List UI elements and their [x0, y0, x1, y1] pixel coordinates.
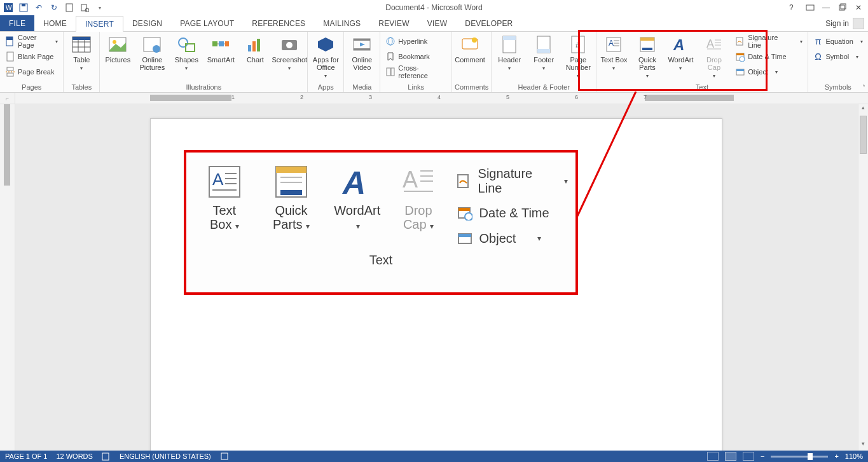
- sign-in[interactable]: Sign in: [825, 15, 864, 31]
- svg-rect-29: [219, 41, 224, 46]
- object-button[interactable]: Object ▾: [733, 65, 804, 79]
- save-icon[interactable]: [19, 3, 28, 12]
- text-box-button[interactable]: AText Box▾: [599, 33, 628, 72]
- table-button[interactable]: Table▾: [66, 33, 97, 72]
- svg-marker-36: [318, 37, 333, 51]
- svg-text:A: A: [341, 165, 366, 199]
- chart-icon: [245, 34, 265, 55]
- print-preview-icon[interactable]: [80, 3, 89, 12]
- svg-point-42: [389, 37, 392, 45]
- tab-view[interactable]: VIEW: [418, 15, 456, 31]
- svg-rect-92: [458, 208, 470, 211]
- signature-line-button[interactable]: Signature Line ▾: [733, 34, 804, 48]
- view-read-mode-icon[interactable]: [707, 452, 719, 461]
- footer-icon: [534, 34, 554, 55]
- blank-page-button[interactable]: Blank Page: [3, 50, 60, 64]
- tab-developer[interactable]: DEVELOPER: [456, 15, 521, 31]
- pictures-button[interactable]: Pictures: [102, 33, 133, 64]
- tab-home[interactable]: HOME: [34, 15, 76, 31]
- hyperlink-button[interactable]: Hyperlink: [383, 34, 449, 48]
- screenshot-button[interactable]: Screenshot▾: [274, 33, 305, 72]
- page-number-button[interactable]: #Page Number▾: [563, 33, 593, 80]
- bookmark-button[interactable]: Bookmark: [383, 50, 449, 64]
- tab-insert[interactable]: INSERT: [76, 16, 123, 32]
- svg-text:#: #: [575, 41, 580, 50]
- cross-reference-icon: [385, 67, 396, 77]
- quick-parts-button[interactable]: Quick Parts▾: [633, 33, 662, 80]
- status-words[interactable]: 12 WORDS: [56, 452, 92, 460]
- header-button[interactable]: Header▾: [494, 33, 525, 72]
- svg-text:A: A: [212, 170, 224, 189]
- svg-point-93: [465, 213, 472, 221]
- status-page[interactable]: PAGE 1 OF 1: [5, 452, 47, 460]
- status-language[interactable]: ENGLISH (UNITED STATES): [120, 452, 211, 460]
- minimize-icon[interactable]: —: [822, 3, 831, 12]
- view-web-layout-icon[interactable]: [743, 452, 754, 461]
- scroll-thumb[interactable]: [860, 116, 867, 154]
- callout-object-icon: [457, 230, 473, 247]
- cross-reference-button[interactable]: Cross-reference: [383, 65, 449, 79]
- online-pictures-button[interactable]: Online Pictures: [137, 33, 167, 71]
- page-break-button[interactable]: Page Break: [3, 65, 60, 79]
- callout-wordart-icon: A: [340, 164, 375, 200]
- footer-button[interactable]: Footer▾: [528, 33, 559, 72]
- tab-references[interactable]: REFERENCES: [243, 15, 314, 31]
- qat-dropdown-icon[interactable]: ▾: [95, 3, 104, 12]
- svg-point-70: [740, 57, 745, 62]
- quick-parts-icon: [637, 34, 658, 55]
- vertical-scrollbar[interactable]: ▴ ▾: [858, 104, 868, 451]
- zoom-level[interactable]: 110%: [845, 452, 863, 460]
- callout-date-time: Date & Time: [457, 205, 568, 221]
- tab-file[interactable]: FILE: [0, 15, 34, 31]
- scroll-down-icon[interactable]: ▾: [858, 440, 868, 451]
- comment-icon: [460, 34, 480, 55]
- tab-design[interactable]: DESIGN: [123, 15, 171, 31]
- close-icon[interactable]: ✕: [855, 3, 864, 12]
- zoom-slider[interactable]: [771, 456, 828, 458]
- redo-icon[interactable]: ↻: [50, 3, 59, 12]
- group-label-text: Text: [599, 83, 804, 92]
- zoom-in-icon[interactable]: +: [834, 452, 838, 460]
- collapse-ribbon-icon[interactable]: ˄: [862, 84, 865, 91]
- tab-review[interactable]: REVIEW: [369, 15, 418, 31]
- group-label-links: Links: [383, 83, 449, 92]
- restore-icon[interactable]: [839, 3, 848, 12]
- zoom-slider-knob[interactable]: [808, 453, 813, 460]
- smartart-button[interactable]: SmartArt: [205, 33, 236, 64]
- svg-point-6: [85, 8, 89, 12]
- group-label-pages: Pages: [3, 83, 60, 92]
- date-time-button[interactable]: Date & Time: [733, 50, 804, 64]
- scroll-up-icon[interactable]: ▴: [858, 104, 868, 114]
- callout-text-box-icon: A: [207, 164, 242, 200]
- svg-rect-8: [839, 5, 844, 10]
- tab-page-layout[interactable]: PAGE LAYOUT: [171, 15, 243, 31]
- svg-point-25: [153, 45, 160, 53]
- group-label-tables: Tables: [66, 83, 97, 92]
- symbol-button[interactable]: ΩSymbol ▾: [811, 50, 866, 64]
- view-print-layout-icon[interactable]: [725, 452, 736, 461]
- callout-drop-cap: A Drop Cap ▾: [392, 164, 444, 233]
- svg-rect-30: [225, 41, 229, 46]
- zoom-out-icon[interactable]: −: [761, 452, 764, 460]
- status-macro-icon[interactable]: [220, 452, 229, 461]
- status-proofing-icon[interactable]: [102, 452, 111, 461]
- callout-quick-parts-icon: [273, 164, 309, 200]
- tab-mailings[interactable]: MAILINGS: [314, 15, 369, 31]
- comment-button[interactable]: Comment: [455, 33, 485, 64]
- help-icon[interactable]: ?: [789, 3, 798, 12]
- wordart-button[interactable]: AWordArt▾: [666, 33, 695, 72]
- page-number-icon: #: [568, 34, 588, 55]
- online-video-button[interactable]: Online Video: [347, 33, 377, 71]
- undo-icon[interactable]: ↶: [34, 3, 43, 12]
- shapes-button[interactable]: Shapes▾: [171, 33, 202, 72]
- equation-button[interactable]: πEquation ▾: [811, 34, 866, 48]
- callout-object: Object ▾: [457, 230, 568, 247]
- apps-for-office-button[interactable]: Apps for Office▾: [310, 33, 341, 80]
- chart-button[interactable]: Chart: [240, 33, 270, 64]
- cover-page-button[interactable]: Cover Page▾: [3, 34, 60, 48]
- svg-rect-28: [212, 41, 217, 46]
- touch-mode-icon[interactable]: [65, 3, 74, 12]
- ribbon-options-icon[interactable]: [806, 3, 815, 12]
- drop-cap-button[interactable]: ADrop Cap▾: [699, 33, 729, 80]
- screenshot-icon: [279, 34, 300, 55]
